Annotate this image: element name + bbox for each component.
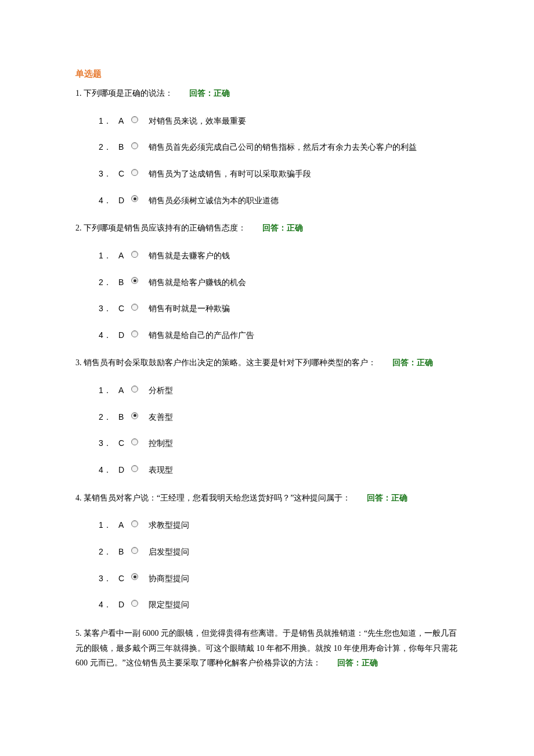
question-text: 2. 下列哪项是销售员应该持有的正确销售态度： [75, 224, 246, 232]
question: 2. 下列哪项是销售员应该持有的正确销售态度：回答：正确1．A销售就是去赚客户的… [75, 221, 459, 341]
options-list: 1．A求教型提问2．B启发型提问3．C协商型提问4．D限定型提问 [75, 520, 459, 610]
radio-wrap [131, 277, 149, 284]
radio-wrap [131, 386, 149, 393]
options-list: 1．A对销售员来说，效率最重要2．B销售员首先必须完成自己公司的销售指标，然后才… [75, 116, 459, 206]
option-row: 2．B销售员首先必须完成自己公司的销售指标，然后才有余力去关心客户的利益 [99, 142, 459, 153]
answer-status: 回答：正确 [262, 224, 303, 232]
options-list: 1．A销售就是去赚客户的钱2．B销售就是给客户赚钱的机会3．C销售有时就是一种欺… [75, 250, 459, 341]
option-row: 1．A分析型 [99, 385, 459, 397]
option-letter: C [118, 438, 131, 449]
option-letter: D [118, 195, 131, 207]
answer-status: 回答：正确 [337, 658, 378, 667]
radio-wrap [131, 412, 149, 419]
radio-wrap [131, 304, 149, 311]
option-row: 4．D限定型提问 [99, 599, 459, 611]
option-index: 3． [99, 573, 118, 585]
question-text: 1. 下列哪项是正确的说法： [75, 89, 173, 98]
radio-button[interactable] [131, 330, 138, 337]
option-row: 4．D销售就是给自己的产品作广告 [99, 330, 459, 341]
radio-button[interactable] [131, 195, 138, 202]
radio-button[interactable] [131, 169, 138, 176]
question-text: 5. 某客户看中一副 6000 元的眼镜，但觉得贵得有些离谱。于是销售员就推销道… [75, 629, 457, 668]
option-row: 1．A对销售员来说，效率最重要 [99, 116, 459, 127]
radio-button[interactable] [131, 142, 138, 149]
option-index: 1． [99, 116, 118, 127]
option-letter: D [118, 599, 131, 611]
option-text: 表现型 [149, 465, 459, 476]
question-text-line: 1. 下列哪项是正确的说法：回答：正确 [75, 87, 459, 100]
option-index: 2． [99, 412, 118, 423]
section-title: 单选题 [75, 69, 459, 80]
option-index: 3． [99, 303, 118, 315]
option-row: 3．C销售有时就是一种欺骗 [99, 303, 459, 315]
option-index: 4． [99, 465, 118, 476]
radio-button[interactable] [131, 438, 138, 445]
radio-wrap [131, 169, 149, 176]
question: 5. 某客户看中一副 6000 元的眼镜，但觉得贵得有些离谱。于是销售员就推销道… [75, 626, 459, 671]
option-index: 1． [99, 250, 118, 262]
radio-button[interactable] [131, 251, 138, 258]
option-row: 2．B销售就是给客户赚钱的机会 [99, 277, 459, 289]
radio-wrap [131, 547, 149, 554]
option-text: 销售就是去赚客户的钱 [149, 250, 459, 262]
radio-button[interactable] [131, 277, 138, 284]
options-list: 1．A分析型2．B友善型3．C控制型4．D表现型 [75, 385, 459, 476]
option-text: 启发型提问 [149, 546, 459, 558]
option-text: 分析型 [149, 385, 459, 397]
radio-button[interactable] [131, 412, 138, 419]
radio-wrap [131, 520, 149, 527]
option-text: 限定型提问 [149, 599, 459, 611]
option-text: 对销售员来说，效率最重要 [149, 116, 459, 127]
question: 1. 下列哪项是正确的说法：回答：正确1．A对销售员来说，效率最重要2．B销售员… [75, 87, 459, 206]
option-index: 1． [99, 385, 118, 397]
option-letter: A [118, 250, 131, 262]
radio-wrap [131, 142, 149, 149]
radio-button[interactable] [131, 547, 138, 554]
radio-button[interactable] [131, 520, 138, 527]
radio-wrap [131, 116, 149, 123]
radio-wrap [131, 465, 149, 472]
option-row: 4．D表现型 [99, 465, 459, 476]
radio-button[interactable] [131, 304, 138, 311]
option-letter: B [118, 142, 131, 153]
option-row: 1．A求教型提问 [99, 520, 459, 531]
questions-container: 1. 下列哪项是正确的说法：回答：正确1．A对销售员来说，效率最重要2．B销售员… [75, 87, 459, 671]
answer-status: 回答：正确 [189, 89, 230, 98]
question-text: 4. 某销售员对客户说：“王经理，您看我明天给您送货好吗？”这种提问属于： [75, 494, 351, 502]
option-text: 销售员首先必须完成自己公司的销售指标，然后才有余力去关心客户的利益 [149, 142, 459, 153]
option-text: 销售员必须树立诚信为本的职业道德 [149, 195, 459, 207]
radio-wrap [131, 438, 149, 445]
radio-button[interactable] [131, 573, 138, 580]
answer-status: 回答：正确 [367, 494, 407, 502]
radio-button[interactable] [131, 386, 138, 393]
option-index: 3． [99, 438, 118, 449]
radio-button[interactable] [131, 465, 138, 472]
question-text-line: 4. 某销售员对客户说：“王经理，您看我明天给您送货好吗？”这种提问属于：回答：… [75, 491, 459, 505]
radio-wrap [131, 195, 149, 202]
option-row: 1．A销售就是去赚客户的钱 [99, 250, 459, 262]
option-text: 协商型提问 [149, 573, 459, 585]
radio-button[interactable] [131, 600, 138, 607]
option-text: 销售有时就是一种欺骗 [149, 303, 459, 315]
option-index: 3． [99, 168, 118, 180]
option-row: 2．B启发型提问 [99, 546, 459, 558]
option-row: 3．C协商型提问 [99, 573, 459, 585]
option-text: 销售就是给客户赚钱的机会 [149, 277, 459, 289]
option-text: 控制型 [149, 438, 459, 449]
radio-wrap [131, 251, 149, 258]
option-letter: A [118, 385, 131, 397]
option-index: 4． [99, 330, 118, 341]
option-letter: C [118, 303, 131, 315]
page: 单选题 1. 下列哪项是正确的说法：回答：正确1．A对销售员来说，效率最重要2．… [0, 0, 534, 709]
option-letter: B [118, 277, 131, 289]
question: 3. 销售员有时会采取鼓励客户作出决定的策略。这主要是针对下列哪种类型的客户：回… [75, 356, 459, 476]
option-index: 4． [99, 599, 118, 611]
answer-status: 回答：正确 [392, 358, 433, 367]
option-row: 3．C销售员为了达成销售，有时可以采取欺骗手段 [99, 168, 459, 180]
option-letter: B [118, 546, 131, 558]
radio-wrap [131, 330, 149, 337]
radio-button[interactable] [131, 116, 138, 123]
option-row: 3．C控制型 [99, 438, 459, 449]
radio-wrap [131, 573, 149, 580]
option-text: 销售员为了达成销售，有时可以采取欺骗手段 [149, 168, 459, 180]
